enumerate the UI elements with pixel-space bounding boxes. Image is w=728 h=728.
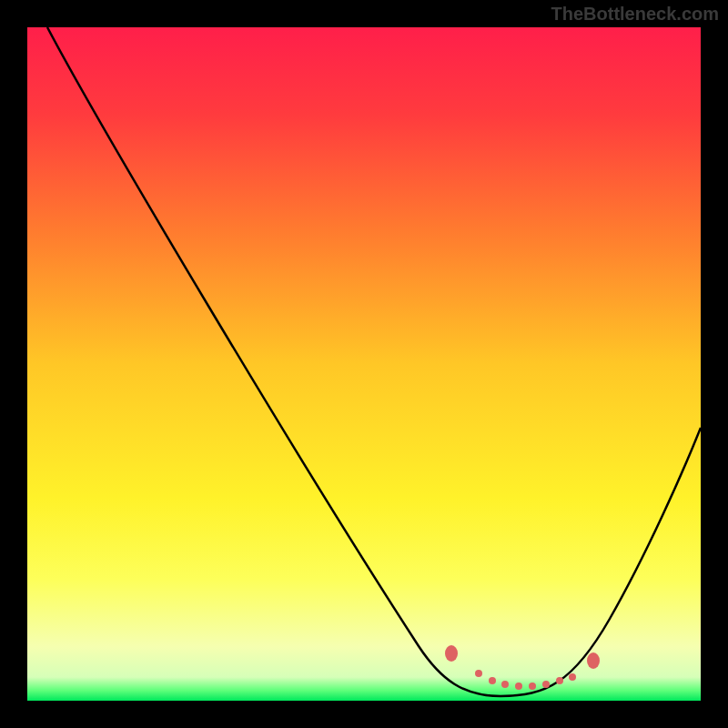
data-marker	[569, 673, 576, 681]
data-marker	[542, 681, 550, 688]
data-marker	[475, 670, 482, 677]
watermark-text: TheBottleneck.com	[551, 4, 719, 25]
data-marker	[501, 681, 509, 688]
data-marker	[556, 677, 563, 684]
data-marker	[515, 682, 522, 690]
data-marker	[489, 677, 496, 684]
data-marker	[529, 682, 536, 690]
chart-frame	[27, 27, 701, 701]
data-marker	[445, 645, 458, 662]
data-marker	[587, 652, 600, 669]
curve-path	[47, 27, 701, 696]
bottleneck-curve	[27, 27, 701, 701]
